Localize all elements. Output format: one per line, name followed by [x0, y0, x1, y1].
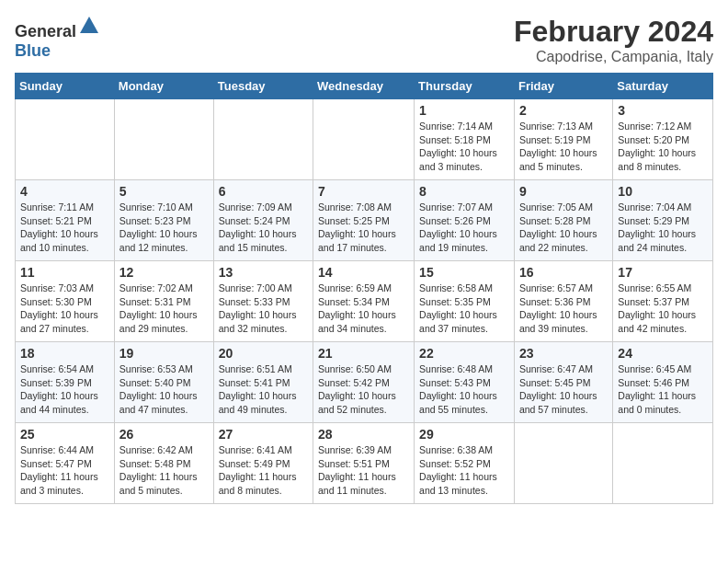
day-info: Sunrise: 7:11 AM Sunset: 5:21 PM Dayligh… [20, 201, 109, 255]
weekday-header-wednesday: Wednesday [313, 74, 415, 99]
weekday-header-saturday: Saturday [613, 74, 713, 99]
day-info: Sunrise: 7:08 AM Sunset: 5:25 PM Dayligh… [318, 201, 409, 255]
calendar-cell: 29Sunrise: 6:38 AM Sunset: 5:52 PM Dayli… [415, 423, 515, 504]
calendar-cell: 22Sunrise: 6:48 AM Sunset: 5:43 PM Dayli… [415, 342, 515, 423]
day-info: Sunrise: 7:07 AM Sunset: 5:26 PM Dayligh… [419, 201, 509, 255]
calendar-cell: 14Sunrise: 6:59 AM Sunset: 5:34 PM Dayli… [313, 261, 415, 342]
day-info: Sunrise: 6:53 AM Sunset: 5:40 PM Dayligh… [119, 362, 209, 417]
calendar-cell: 18Sunrise: 6:54 AM Sunset: 5:39 PM Dayli… [16, 342, 115, 423]
weekday-header-sunday: Sunday [16, 74, 115, 99]
calendar-cell: 2Sunrise: 7:13 AM Sunset: 5:19 PM Daylig… [514, 99, 612, 180]
logo-icon [78, 15, 100, 37]
title-area: February 2024 Capodrise, Campania, Italy [514, 15, 713, 65]
day-info: Sunrise: 7:05 AM Sunset: 5:28 PM Dayligh… [519, 201, 608, 255]
week-row-2: 4Sunrise: 7:11 AM Sunset: 5:21 PM Daylig… [16, 180, 713, 261]
day-info: Sunrise: 7:09 AM Sunset: 5:24 PM Dayligh… [219, 201, 308, 255]
calendar-table: SundayMondayTuesdayWednesdayThursdayFrid… [15, 73, 713, 504]
calendar-cell [313, 99, 415, 180]
day-number: 16 [519, 265, 608, 280]
weekday-header-monday: Monday [114, 74, 213, 99]
calendar-cell: 28Sunrise: 6:39 AM Sunset: 5:51 PM Dayli… [313, 423, 415, 504]
day-info: Sunrise: 6:51 AM Sunset: 5:41 PM Dayligh… [219, 362, 308, 417]
day-number: 20 [219, 346, 308, 361]
day-info: Sunrise: 7:13 AM Sunset: 5:19 PM Dayligh… [519, 120, 608, 174]
calendar-cell: 5Sunrise: 7:10 AM Sunset: 5:23 PM Daylig… [114, 180, 213, 261]
svg-marker-0 [80, 17, 98, 33]
day-number: 9 [519, 184, 608, 199]
day-number: 15 [419, 265, 509, 280]
calendar-cell: 9Sunrise: 7:05 AM Sunset: 5:28 PM Daylig… [514, 180, 612, 261]
day-info: Sunrise: 7:00 AM Sunset: 5:33 PM Dayligh… [219, 282, 308, 336]
day-number: 26 [119, 427, 209, 442]
calendar-cell: 26Sunrise: 6:42 AM Sunset: 5:48 PM Dayli… [114, 423, 213, 504]
day-info: Sunrise: 7:10 AM Sunset: 5:23 PM Dayligh… [119, 201, 209, 255]
day-info: Sunrise: 6:45 AM Sunset: 5:46 PM Dayligh… [618, 362, 708, 417]
day-number: 1 [419, 103, 509, 118]
logo-blue-text: Blue [15, 41, 51, 60]
day-info: Sunrise: 6:59 AM Sunset: 5:34 PM Dayligh… [318, 282, 409, 336]
calendar-cell: 11Sunrise: 7:03 AM Sunset: 5:30 PM Dayli… [16, 261, 115, 342]
day-number: 3 [618, 103, 708, 118]
calendar-cell: 12Sunrise: 7:02 AM Sunset: 5:31 PM Dayli… [114, 261, 213, 342]
calendar-cell: 3Sunrise: 7:12 AM Sunset: 5:20 PM Daylig… [613, 99, 713, 180]
calendar-cell: 24Sunrise: 6:45 AM Sunset: 5:46 PM Dayli… [613, 342, 713, 423]
calendar-cell: 13Sunrise: 7:00 AM Sunset: 5:33 PM Dayli… [213, 261, 313, 342]
day-number: 24 [618, 346, 708, 361]
day-number: 12 [119, 265, 209, 280]
day-number: 6 [219, 184, 308, 199]
logo-general-text: General [15, 22, 76, 40]
weekday-header-thursday: Thursday [415, 74, 515, 99]
day-number: 13 [219, 265, 308, 280]
calendar-cell: 23Sunrise: 6:47 AM Sunset: 5:45 PM Dayli… [514, 342, 612, 423]
calendar-cell: 27Sunrise: 6:41 AM Sunset: 5:49 PM Dayli… [213, 423, 313, 504]
day-number: 18 [20, 346, 109, 361]
day-number: 17 [618, 265, 708, 280]
day-number: 14 [318, 265, 409, 280]
calendar-cell [613, 423, 713, 504]
day-info: Sunrise: 6:44 AM Sunset: 5:47 PM Dayligh… [20, 443, 109, 498]
week-row-3: 11Sunrise: 7:03 AM Sunset: 5:30 PM Dayli… [16, 261, 713, 342]
day-number: 25 [20, 427, 109, 442]
day-info: Sunrise: 6:54 AM Sunset: 5:39 PM Dayligh… [20, 362, 109, 417]
day-info: Sunrise: 6:41 AM Sunset: 5:49 PM Dayligh… [219, 443, 308, 498]
day-info: Sunrise: 6:58 AM Sunset: 5:35 PM Dayligh… [419, 282, 509, 336]
day-info: Sunrise: 6:39 AM Sunset: 5:51 PM Dayligh… [318, 443, 409, 498]
day-info: Sunrise: 6:55 AM Sunset: 5:37 PM Dayligh… [618, 282, 708, 336]
weekday-header-row: SundayMondayTuesdayWednesdayThursdayFrid… [16, 74, 713, 99]
day-number: 21 [318, 346, 409, 361]
day-number: 2 [519, 103, 608, 118]
weekday-header-tuesday: Tuesday [213, 74, 313, 99]
day-number: 7 [318, 184, 409, 199]
main-title: February 2024 [514, 15, 713, 49]
day-info: Sunrise: 6:42 AM Sunset: 5:48 PM Dayligh… [119, 443, 209, 498]
day-info: Sunrise: 6:47 AM Sunset: 5:45 PM Dayligh… [519, 362, 608, 417]
calendar-cell: 7Sunrise: 7:08 AM Sunset: 5:25 PM Daylig… [313, 180, 415, 261]
day-number: 19 [119, 346, 209, 361]
day-info: Sunrise: 7:02 AM Sunset: 5:31 PM Dayligh… [119, 282, 209, 336]
calendar-cell: 20Sunrise: 6:51 AM Sunset: 5:41 PM Dayli… [213, 342, 313, 423]
day-number: 5 [119, 184, 209, 199]
logo: General Blue [15, 15, 100, 61]
day-number: 4 [20, 184, 109, 199]
calendar-cell [514, 423, 612, 504]
day-info: Sunrise: 6:38 AM Sunset: 5:52 PM Dayligh… [419, 443, 509, 498]
week-row-5: 25Sunrise: 6:44 AM Sunset: 5:47 PM Dayli… [16, 423, 713, 504]
calendar-cell: 10Sunrise: 7:04 AM Sunset: 5:29 PM Dayli… [613, 180, 713, 261]
day-number: 22 [419, 346, 509, 361]
header: General Blue February 2024 Capodrise, Ca… [15, 15, 713, 65]
calendar-cell: 25Sunrise: 6:44 AM Sunset: 5:47 PM Dayli… [16, 423, 115, 504]
day-info: Sunrise: 6:50 AM Sunset: 5:42 PM Dayligh… [318, 362, 409, 417]
day-number: 10 [618, 184, 708, 199]
calendar-cell: 17Sunrise: 6:55 AM Sunset: 5:37 PM Dayli… [613, 261, 713, 342]
calendar-cell: 15Sunrise: 6:58 AM Sunset: 5:35 PM Dayli… [415, 261, 515, 342]
calendar-cell [16, 99, 115, 180]
day-info: Sunrise: 7:04 AM Sunset: 5:29 PM Dayligh… [618, 201, 708, 255]
week-row-1: 1Sunrise: 7:14 AM Sunset: 5:18 PM Daylig… [16, 99, 713, 180]
day-number: 23 [519, 346, 608, 361]
calendar-cell: 21Sunrise: 6:50 AM Sunset: 5:42 PM Dayli… [313, 342, 415, 423]
day-number: 27 [219, 427, 308, 442]
calendar-cell [114, 99, 213, 180]
calendar-cell: 8Sunrise: 7:07 AM Sunset: 5:26 PM Daylig… [415, 180, 515, 261]
day-number: 11 [20, 265, 109, 280]
day-info: Sunrise: 6:57 AM Sunset: 5:36 PM Dayligh… [519, 282, 608, 336]
